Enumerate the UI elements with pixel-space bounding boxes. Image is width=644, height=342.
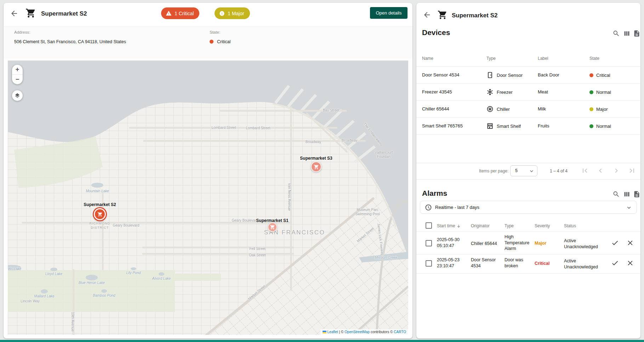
alarms-select-all-checkbox[interactable]: [426, 222, 432, 229]
map[interactable]: Lombard Street Lombard Street Broadway B…: [8, 61, 408, 335]
items-per-page-select[interactable]: 5: [510, 165, 537, 176]
leaflet-link[interactable]: Leaflet: [327, 330, 338, 334]
devices-search-button[interactable]: [612, 30, 620, 37]
critical-alarms-badge[interactable]: 1 Critical: [161, 7, 199, 19]
device-name: Door Sensor 4534: [422, 67, 460, 84]
zoom-in-button[interactable]: +: [12, 65, 23, 74]
marker-label-supermarket-s3: Supermarket S3: [300, 156, 332, 161]
map-marker-supermarket-s2[interactable]: [94, 208, 106, 220]
alarms-columns-button[interactable]: [623, 190, 631, 198]
acknowledge-alarm-button[interactable]: [611, 259, 619, 267]
devices-col-type[interactable]: Type: [486, 56, 496, 61]
items-per-page-label: Items per page:: [479, 169, 508, 173]
alarm-type: Door was broken: [505, 257, 533, 269]
alarms-col-status[interactable]: Status: [564, 223, 576, 228]
back-button-right[interactable]: [423, 11, 431, 19]
device-name: Chiller 65644: [422, 101, 449, 118]
alarm-start-time: 2025-05-30 05:10:47: [437, 237, 466, 249]
device-state: Normal: [589, 84, 611, 101]
close-icon: [626, 239, 634, 247]
clear-alarm-button[interactable]: [626, 239, 634, 247]
warning-icon: [166, 10, 172, 16]
device-state: Critical: [589, 67, 610, 84]
alarms-search-button[interactable]: [612, 190, 620, 198]
ukraine-flag-icon: [323, 331, 326, 334]
state-dot-critical: [589, 73, 593, 77]
devices-export-button[interactable]: [633, 30, 640, 37]
last-page-button[interactable]: [628, 166, 636, 175]
time-filter-label: Realtime - last 7 days: [435, 205, 479, 210]
first-page-icon: [581, 166, 589, 175]
export-file-icon: [633, 30, 640, 37]
alarms-section-title: Alarms: [422, 189, 447, 198]
device-name: Freezer 43545: [422, 84, 452, 101]
alarm-row-checkbox[interactable]: [426, 240, 432, 246]
map-marker-supermarket-s1[interactable]: [268, 222, 277, 232]
state-dot-major: [589, 107, 593, 111]
device-state: Major: [589, 101, 608, 118]
device-name: Smart Shelf 765765: [422, 118, 463, 135]
alarm-status: Active Unacknowledged: [564, 238, 602, 250]
alarms-col-severity[interactable]: Severity: [535, 223, 550, 228]
alarms-time-filter[interactable]: Realtime - last 7 days: [420, 201, 637, 214]
alarm-start-time: 2025-05-23 23:10:47: [437, 257, 466, 269]
devices-col-state[interactable]: State: [589, 56, 599, 61]
address-label: Address:: [14, 30, 30, 34]
cart-marker-icon: [314, 164, 319, 170]
critical-badge-label: 1 Critical: [175, 11, 194, 16]
chevron-right-icon: [612, 166, 621, 175]
carto-link[interactable]: CARTO: [394, 330, 406, 334]
device-label: Fruits: [538, 118, 549, 135]
alarms-col-start-time[interactable]: Start time: [437, 223, 461, 228]
sort-desc-icon: [456, 224, 461, 228]
back-button[interactable]: [10, 9, 18, 18]
open-details-button[interactable]: Open details: [370, 7, 408, 19]
device-type: Chiller: [486, 101, 510, 118]
supermarket-cart-icon: [25, 8, 36, 18]
device-row-smart-shelf[interactable]: Smart Shelf 765765 Smart Shelf Fruits No…: [416, 118, 640, 135]
search-icon: [612, 30, 620, 37]
map-layers-button[interactable]: [12, 90, 23, 101]
devices-columns-button[interactable]: [623, 30, 631, 37]
device-label: Meat: [538, 84, 548, 101]
state-value: Critical: [217, 39, 230, 44]
alarm-row-checkbox[interactable]: [426, 260, 432, 267]
smart-shelf-icon: [486, 122, 494, 130]
map-zoom-control: + −: [12, 65, 23, 84]
export-file-icon: [633, 190, 640, 198]
first-page-button[interactable]: [581, 166, 589, 175]
devices-col-name[interactable]: Name: [422, 56, 433, 61]
device-state: Normal: [589, 118, 611, 135]
info-icon: [219, 11, 225, 16]
acknowledge-alarm-button[interactable]: [611, 239, 619, 247]
alarm-type: High Temperature Alarm: [505, 234, 533, 252]
map-canvas: [8, 61, 408, 335]
clear-alarm-button[interactable]: [626, 259, 634, 267]
door-sensor-icon: [486, 72, 494, 79]
alarms-col-type[interactable]: Type: [505, 223, 514, 228]
state-dot-normal: [589, 124, 593, 128]
last-page-icon: [628, 166, 636, 175]
osm-link[interactable]: OpenStreetMap: [344, 330, 370, 334]
next-page-button[interactable]: [612, 166, 621, 175]
check-icon: [611, 239, 619, 247]
chevron-down-icon: [529, 168, 535, 174]
alarm-severity: Major: [535, 241, 546, 246]
items-per-page-value: 5: [515, 168, 518, 173]
map-marker-supermarket-s3[interactable]: [311, 161, 321, 172]
device-type: Smart Shelf: [486, 118, 521, 135]
alarms-export-button[interactable]: [633, 190, 640, 198]
map-park-panhandle: [175, 274, 221, 281]
back-arrow-icon: [10, 9, 18, 18]
close-icon: [626, 259, 634, 267]
device-row-chiller[interactable]: Chiller 65644 Chiller Milk Major: [416, 101, 640, 118]
major-alarms-badge[interactable]: 1 Major: [215, 7, 250, 19]
device-row-door-sensor[interactable]: Door Sensor 4534 Door Sensor Back Door C…: [416, 67, 640, 84]
alarms-col-originator[interactable]: Originator: [471, 223, 490, 228]
previous-page-button[interactable]: [596, 166, 605, 175]
alarm-severity: Critical: [535, 261, 549, 266]
devices-col-label[interactable]: Label: [538, 56, 548, 61]
device-label: Milk: [538, 101, 546, 118]
device-row-freezer[interactable]: Freezer 43545 Freezer Meat Normal: [416, 84, 640, 101]
columns-icon: [623, 190, 631, 198]
